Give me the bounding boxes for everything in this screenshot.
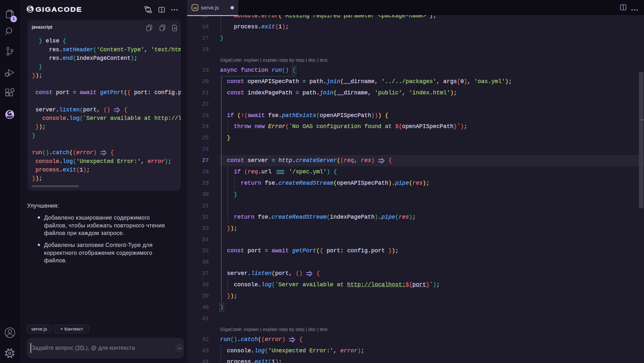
svg-text:JS: JS (193, 6, 197, 10)
